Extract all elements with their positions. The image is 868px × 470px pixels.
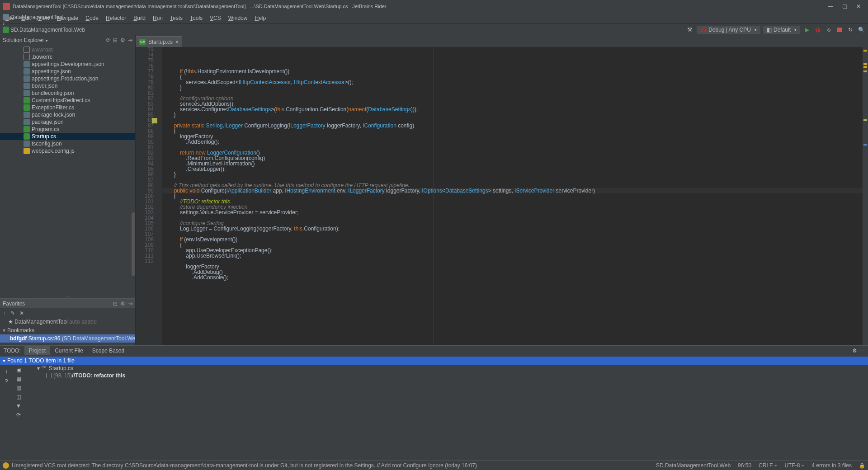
- panel-dropdown[interactable]: [44, 37, 48, 43]
- warning-icon[interactable]: [3, 462, 9, 469]
- menu-window[interactable]: Window: [225, 14, 251, 23]
- todo-marker[interactable]: [863, 144, 867, 146]
- code-line[interactable]: Log.Logger = ConfigureLogging(loggerFact…: [162, 226, 863, 231]
- code-line[interactable]: .ReadFrom.Configuration(config): [162, 155, 863, 161]
- module-icon[interactable]: ▥: [16, 385, 21, 391]
- code-line[interactable]: .AddDebug(): [162, 269, 863, 275]
- code-line[interactable]: if (!this.HostingEnvironment.IsDevelopme…: [162, 69, 863, 74]
- menu-vcs[interactable]: VCS: [206, 14, 225, 23]
- context-label[interactable]: SD.DataManagementTool.Web: [656, 462, 731, 469]
- code-line[interactable]: public void Configure(IApplicationBuilde…: [162, 188, 863, 193]
- tree-item[interactable]: bower.json: [0, 82, 135, 89]
- bookmark-gutter-icon[interactable]: [152, 118, 157, 123]
- menu-tests[interactable]: Tests: [166, 14, 186, 23]
- tree-item[interactable]: tsconfig.json: [0, 140, 135, 147]
- tree-item[interactable]: bundleconfig.json: [0, 89, 135, 97]
- todo-file-row[interactable]: ▾ C# Startup.cs: [24, 365, 868, 372]
- fav-collapse-icon[interactable]: ⊟: [113, 301, 118, 307]
- encoding[interactable]: UTF-8 ÷: [784, 462, 804, 469]
- config-selector[interactable]: Debug | Any CPU: [697, 26, 760, 34]
- remove-fav-icon[interactable]: ✕: [19, 310, 24, 316]
- stop-button[interactable]: [835, 26, 844, 34]
- todo-item-row[interactable]: (98, 15) //TODO: refactor this: [24, 372, 868, 379]
- warning-marker[interactable]: [863, 70, 867, 72]
- gutter[interactable]: 7374757677787980818283848586878889909192…: [136, 47, 162, 345]
- warning-marker[interactable]: [863, 66, 867, 68]
- bookmark-marker[interactable]: [863, 119, 867, 121]
- breadcrumb-1[interactable]: SD.DataManagementTool.Web: [3, 27, 85, 33]
- solution-tree[interactable]: wwwroot.bowerrcappsettings.Development.j…: [0, 45, 135, 296]
- status-message[interactable]: Unregistered VCS root detected: The dire…: [12, 462, 477, 469]
- code-line[interactable]: {: [162, 128, 863, 134]
- gear-icon[interactable]: ⚙: [120, 37, 125, 43]
- code-line[interactable]: return new LoggerConfiguration(): [162, 150, 863, 155]
- fav-root-label[interactable]: DataManagementTool: [14, 319, 67, 325]
- menu-help[interactable]: Help: [251, 14, 269, 23]
- code-line[interactable]: [162, 90, 863, 96]
- hide-icon[interactable]: ⇥: [128, 37, 132, 43]
- run-button[interactable]: ▶: [803, 26, 811, 34]
- collapse-icon[interactable]: ⊟: [113, 37, 118, 43]
- menu-refactor[interactable]: Refactor: [102, 14, 130, 23]
- todo-gear-icon[interactable]: ⚙: [852, 348, 857, 354]
- warning-marker[interactable]: [863, 50, 867, 52]
- attach-button[interactable]: ⎋: [825, 26, 833, 34]
- bookmark-item[interactable]: bdfgdf Startup.cs:86 (SD.DataManagementT…: [0, 334, 135, 343]
- menu-tools[interactable]: Tools: [186, 14, 206, 23]
- tab-close-button[interactable]: ×: [175, 39, 179, 45]
- code-line[interactable]: app.UseBrowserLink();: [162, 253, 863, 258]
- tab-startup[interactable]: C# Startup.cs ×: [136, 36, 182, 47]
- code-line[interactable]: services.AddScoped<IHttpContextAccessor,…: [162, 80, 863, 85]
- todo-tab-current-file[interactable]: Current File: [50, 346, 88, 355]
- inspection-status[interactable]: 4 errors in 3 files: [811, 462, 852, 469]
- autoscroll-icon[interactable]: ⟳: [16, 412, 21, 418]
- collapse-icon[interactable]: ↓: [5, 368, 8, 375]
- todo-summary[interactable]: ▾ Found 1 TODO item in 1 file: [0, 357, 868, 365]
- tree-item[interactable]: wwwroot: [0, 46, 135, 53]
- group-icon[interactable]: ▦: [16, 376, 21, 382]
- build-button[interactable]: [686, 26, 694, 34]
- code-line[interactable]: services.Configure<DatabaseSettings>(thi…: [162, 107, 863, 112]
- tree-item[interactable]: appsettings.json: [0, 68, 135, 75]
- code-line[interactable]: .CreateLogger();: [162, 166, 863, 172]
- code-line[interactable]: .AddSerilog();: [162, 139, 863, 145]
- scrollbar-thumb[interactable]: [132, 212, 135, 276]
- fav-hide-icon[interactable]: ⇥: [128, 301, 132, 307]
- code-line[interactable]: loggerFactory: [162, 134, 863, 139]
- code-line[interactable]: [162, 231, 863, 237]
- code-line[interactable]: }: [162, 172, 863, 177]
- code-line[interactable]: private static Serilog.ILogger Configure…: [162, 123, 863, 128]
- error-stripe[interactable]: [863, 47, 868, 345]
- tree-item[interactable]: CustomHttpsRedirect.cs: [0, 97, 135, 104]
- code-line[interactable]: [162, 145, 863, 150]
- menu-run[interactable]: Run: [149, 14, 166, 23]
- search-button[interactable]: 🔍: [857, 26, 865, 34]
- filter-icon[interactable]: ▼: [16, 403, 21, 409]
- tree-item[interactable]: package.json: [0, 118, 135, 126]
- code-line[interactable]: settings.Value.ServiceProvider = service…: [162, 210, 863, 215]
- edit-fav-icon[interactable]: ✎: [10, 310, 15, 316]
- code-line[interactable]: {: [162, 193, 863, 199]
- gutter-line[interactable]: 112: [136, 258, 154, 264]
- code-line[interactable]: //configuration options: [162, 96, 863, 101]
- tree-item[interactable]: webpack.config.js: [0, 147, 135, 155]
- caret-position[interactable]: 96:50: [738, 462, 751, 469]
- code-line[interactable]: loggerFactory: [162, 264, 863, 269]
- tree-item[interactable]: .bowerrc: [0, 53, 135, 61]
- line-ending[interactable]: CRLF ÷: [759, 462, 777, 469]
- preview-icon[interactable]: ◫: [16, 394, 21, 400]
- sync-icon[interactable]: ⟳: [106, 37, 110, 43]
- debug-button[interactable]: [814, 26, 822, 34]
- todo-tab-scope-based[interactable]: Scope Based: [88, 346, 129, 355]
- breadcrumb-0[interactable]: DataManagementTool: [3, 14, 85, 20]
- code-line[interactable]: [162, 258, 863, 264]
- tree-item[interactable]: ExceptionFilter.cs: [0, 104, 135, 111]
- maximize-button[interactable]: ▢: [842, 3, 847, 9]
- help-icon[interactable]: ?: [5, 378, 8, 385]
- tree-item[interactable]: appsettings.Development.json: [0, 61, 135, 68]
- todo-tree[interactable]: ▾ Found 1 TODO item in 1 file ▾ C# Start…: [24, 356, 868, 460]
- minimize-button[interactable]: —: [828, 3, 833, 9]
- code-line[interactable]: }: [162, 112, 863, 118]
- bookmarks-section[interactable]: ▾ Bookmarks: [0, 326, 135, 334]
- todo-hide-icon[interactable]: —: [860, 348, 865, 354]
